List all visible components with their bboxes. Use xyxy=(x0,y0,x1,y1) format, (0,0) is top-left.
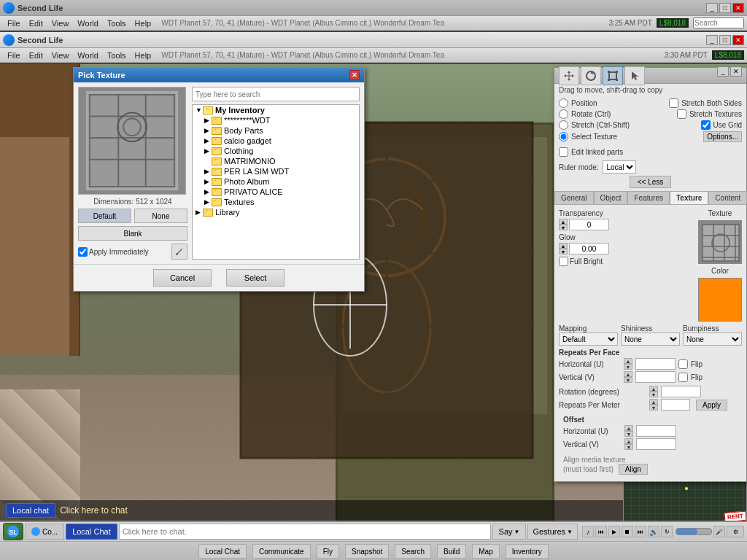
horiz-u-spinbox[interactable]: ▲ ▼ xyxy=(624,358,632,370)
tree-item-textures[interactable]: ▶ 📁 Textures xyxy=(193,197,359,207)
stretch-textures-checkbox[interactable] xyxy=(677,109,686,119)
menu-tools-2[interactable]: Tools xyxy=(103,50,131,61)
stretch-both-checkbox[interactable] xyxy=(669,98,678,108)
none-btn[interactable]: None xyxy=(134,209,187,223)
local-chat-tab[interactable]: Local chat xyxy=(6,503,55,518)
inventory-btn[interactable]: Inventory xyxy=(506,544,549,559)
rp-close-btn[interactable]: ✕ xyxy=(730,66,742,77)
scale-tool-btn[interactable] xyxy=(603,66,623,85)
media-icon[interactable]: ♪ xyxy=(582,526,594,537)
cancel-button[interactable]: Cancel xyxy=(153,269,212,287)
tree-item-library[interactable]: ▶ 📁 Library xyxy=(193,207,359,217)
rp-minimize-btn[interactable]: _ xyxy=(717,66,729,77)
prev-track-btn[interactable]: ⏮ xyxy=(595,526,607,537)
settings-btn[interactable]: ⚙ xyxy=(727,526,744,537)
tree-item-0[interactable]: ▶ 📁 *********WDT xyxy=(193,115,359,125)
stop-btn[interactable]: ⏹ xyxy=(622,526,633,537)
glow-input[interactable]: 0.00 xyxy=(569,243,609,254)
full-bright-checkbox[interactable] xyxy=(559,257,568,266)
flip-h-checkbox[interactable] xyxy=(678,359,688,369)
color-swatch[interactable] xyxy=(698,278,742,322)
maximize-btn-fg[interactable]: □ xyxy=(719,35,731,45)
rotate-radio[interactable] xyxy=(559,109,568,119)
texture-tree[interactable]: ▼ 📁 My Inventory ▶ 📁 *********WDT ▶ 📁 Bo… xyxy=(192,104,360,260)
tab-object[interactable]: Object xyxy=(594,191,628,204)
local-chat-button[interactable]: Local Chat xyxy=(66,524,117,540)
tree-item-calcio[interactable]: ▶ 📁 calcio gadget xyxy=(193,136,359,146)
blank-btn[interactable]: Blank xyxy=(78,226,187,241)
menu-view-1[interactable]: View xyxy=(47,18,74,28)
community-btn[interactable]: Co... xyxy=(25,524,64,540)
dialog-close-btn[interactable]: ✕ xyxy=(349,70,360,80)
loop-btn[interactable]: ↻ xyxy=(661,526,673,537)
transparency-spinbox[interactable]: ▲ ▼ xyxy=(559,219,568,230)
texture-search-input[interactable] xyxy=(192,87,360,101)
maximize-btn-bg[interactable]: □ xyxy=(719,3,731,13)
menu-world-1[interactable]: World xyxy=(73,18,103,28)
texture-swatch[interactable] xyxy=(698,220,742,264)
build-btn[interactable]: Build xyxy=(437,544,466,559)
transparency-down[interactable]: ▼ xyxy=(559,225,568,230)
minimize-btn-fg[interactable]: _ xyxy=(706,35,718,45)
eyedropper-btn[interactable] xyxy=(171,244,187,260)
start-button[interactable]: SL xyxy=(3,523,23,540)
local-chat-nav-btn[interactable]: Local Chat xyxy=(198,544,247,559)
tab-texture[interactable]: Texture xyxy=(670,191,708,204)
select-button[interactable]: Select xyxy=(226,269,285,287)
less-button[interactable]: << Less xyxy=(630,176,672,188)
tree-root[interactable]: ▼ 📁 My Inventory xyxy=(193,105,359,115)
mapping-select[interactable]: Default xyxy=(559,332,618,346)
vert-offset-spinbox[interactable]: ▲ ▼ xyxy=(624,438,633,450)
apply-button[interactable]: Apply xyxy=(696,400,727,411)
transparency-input[interactable]: 0 xyxy=(569,219,609,230)
bumpiness-select[interactable]: None xyxy=(683,332,742,346)
rotation-input[interactable]: 0.00 xyxy=(661,386,701,397)
menu-help-1[interactable]: Help xyxy=(131,18,156,28)
search-nav-btn[interactable]: Search xyxy=(395,544,431,559)
tab-content[interactable]: Content xyxy=(708,191,747,204)
next-track-btn[interactable]: ⏭ xyxy=(635,526,646,537)
rotation-spinbox[interactable]: ▲ ▼ xyxy=(649,386,658,397)
tab-general[interactable]: General xyxy=(554,191,594,204)
move-tool-btn[interactable] xyxy=(559,66,579,85)
edit-linked-checkbox[interactable] xyxy=(559,147,568,157)
menu-file-1[interactable]: File xyxy=(3,18,25,28)
chat-input[interactable] xyxy=(119,524,491,540)
stretch-radio[interactable] xyxy=(559,120,568,130)
tab-features[interactable]: Features xyxy=(627,191,669,204)
tree-item-photo-album[interactable]: ▶ 📁 Photo Album xyxy=(193,176,359,187)
position-radio[interactable] xyxy=(559,98,568,108)
repeats-meter-input[interactable]: 0.6 xyxy=(661,399,690,411)
tree-item-privato-alice[interactable]: ▶ 📁 PRIVATO ALICE xyxy=(193,187,359,197)
shininess-select[interactable]: None xyxy=(621,332,680,346)
gestures-button[interactable]: Gestures ▼ xyxy=(527,524,578,540)
horiz-offset-spinbox[interactable]: ▲ ▼ xyxy=(624,425,633,437)
ruler-mode-select[interactable]: Local xyxy=(603,160,636,174)
music-icon[interactable]: 🔊 xyxy=(648,526,659,537)
fly-btn[interactable]: Fly xyxy=(317,544,339,559)
menu-help-2[interactable]: Help xyxy=(131,50,156,61)
vert-v-spinbox[interactable]: ▲ ▼ xyxy=(624,371,632,383)
apply-immediately-checkbox[interactable] xyxy=(78,247,88,257)
menu-edit-2[interactable]: Edit xyxy=(25,50,47,61)
click-to-chat-text[interactable]: Click here to chat xyxy=(60,505,128,516)
map-btn[interactable]: Map xyxy=(472,544,499,559)
play-btn[interactable]: ▶ xyxy=(608,526,620,537)
vert-v-input[interactable]: 1.000 xyxy=(635,371,676,383)
glow-down[interactable]: ▼ xyxy=(559,249,568,254)
default-btn[interactable]: Default xyxy=(78,209,131,223)
rotate-tool-btn[interactable] xyxy=(581,66,601,85)
menu-world-2[interactable]: World xyxy=(73,50,103,61)
menu-file-2[interactable]: File xyxy=(3,50,25,61)
tree-item-matrimonio[interactable]: 📁 MATRIMONIO xyxy=(193,156,359,166)
align-button[interactable]: Align xyxy=(619,464,648,475)
tree-item-body-parts[interactable]: ▶ 📁 Body Parts xyxy=(193,125,359,136)
select-texture-radio[interactable] xyxy=(559,132,568,141)
tree-item-clothing[interactable]: ▶ 📁 Clothing xyxy=(193,146,359,156)
volume-slider[interactable] xyxy=(676,528,712,535)
select-tool-btn[interactable] xyxy=(624,66,645,85)
snapshot-btn[interactable]: Snapshot xyxy=(345,544,389,559)
glow-up[interactable]: ▲ xyxy=(559,243,568,249)
menu-tools-1[interactable]: Tools xyxy=(103,18,131,28)
menu-edit-1[interactable]: Edit xyxy=(25,18,47,28)
